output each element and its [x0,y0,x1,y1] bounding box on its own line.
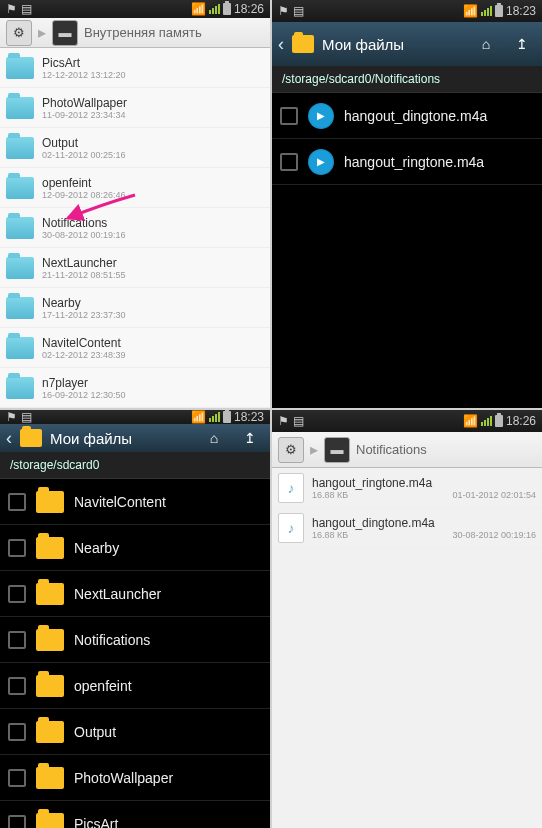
back-button[interactable]: ‹ [6,428,12,449]
file-list[interactable]: ♪hangout_ringtone.m4a16.88 КБ01-01-2012 … [272,468,542,828]
path-title[interactable]: Notifications [356,442,536,457]
list-item[interactable]: ♪hangout_ringtone.m4a16.88 КБ01-01-2012 … [272,468,542,508]
wifi-icon: 📶 [191,2,206,16]
item-date: 12-12-2012 13:12:20 [42,70,126,80]
item-name: Output [74,724,262,740]
checkbox[interactable] [8,585,26,603]
list-item[interactable]: openfeint12-09-2012 08:26:46 [0,168,270,208]
audio-icon [308,103,334,129]
list-item[interactable]: n7player16-09-2012 12:30:50 [0,368,270,408]
folder-icon [6,177,34,199]
file-list[interactable]: NavitelContentNearbyNextLauncherNotifica… [0,479,270,828]
item-size: 16.88 КБ [312,490,348,500]
item-type: 17-11-2012 23:37:30 [42,310,126,320]
clock: 18:23 [234,410,264,424]
list-item[interactable]: hangout_ringtone.m4a [272,139,542,185]
toolbar: ⚙ ▸ ▬ Внутренняя память [0,18,270,48]
checkbox[interactable] [8,815,26,829]
checkbox[interactable] [8,769,26,787]
checkbox[interactable] [8,539,26,557]
up-button[interactable]: ↥ [508,30,536,58]
pane-es-explorer: ⚑▤ 📶 18:26 ⚙ ▸ ▬ Внутренняя память PicsA… [0,0,270,408]
signal-icon [209,4,220,14]
path-bar[interactable]: /storage/sdcard0/Notifications [272,66,542,93]
toolbar: ‹ Мои файлы ⌂ ↥ [272,22,542,66]
storage-button[interactable]: ▬ [324,437,350,463]
menu-button[interactable]: ⚙ [278,437,304,463]
back-button[interactable]: ‹ [278,34,284,55]
battery-icon [495,5,503,17]
storage-button[interactable]: ▬ [52,20,78,46]
menu-button[interactable]: ⚙ [6,20,32,46]
item-date: 12-09-2012 08:26:46 [42,190,126,200]
item-name: openfeint [74,678,262,694]
list-item[interactable]: Output [0,709,270,755]
list-item[interactable]: Output02-11-2012 00:25:16 [0,128,270,168]
file-list[interactable]: PicsArt12-12-2012 13:12:20PhotoWallpaper… [0,48,270,408]
item-date: 16-09-2012 12:30:50 [42,390,126,400]
list-item[interactable]: NavitelContent02-12-2012 23:48:39 [0,328,270,368]
clock: 18:26 [506,414,536,428]
item-name: hangout_ringtone.m4a [312,476,536,490]
item-name: Notifications [74,632,262,648]
folder-icon [6,377,34,399]
list-item[interactable]: PicsArt [0,801,270,828]
folder-icon [6,137,34,159]
list-item[interactable]: Notifications [0,617,270,663]
list-item[interactable]: Nearby [0,525,270,571]
folder-icon [36,491,64,513]
list-item[interactable]: NavitelContent [0,479,270,525]
checkbox[interactable] [8,723,26,741]
folder-icon [6,337,34,359]
checkbox[interactable] [8,677,26,695]
wifi-icon: 📶 [463,4,478,18]
status-bar: ⚑▤ 📶 18:23 [272,0,542,22]
status-bar: ⚑▤ 📶 18:26 [0,0,270,18]
checkbox[interactable] [280,153,298,171]
chevron-icon: ▸ [38,23,46,42]
item-date: 30-08-2012 00:19:16 [42,230,126,240]
checkbox[interactable] [8,493,26,511]
pane-myfiles-notifications: ⚑▤ 📶 18:23 ‹ Мои файлы ⌂ ↥ /storage/sdca… [272,0,542,408]
battery-icon [223,411,231,423]
sd-icon: ▤ [293,414,304,428]
file-list[interactable]: hangout_dingtone.m4ahangout_ringtone.m4a [272,93,542,408]
toolbar: ‹ Мои файлы ⌂ ↥ [0,424,270,452]
list-item[interactable]: NextLauncher [0,571,270,617]
folder-icon [36,537,64,559]
folder-icon [6,97,34,119]
item-type: 30-08-2012 00:19:16 [42,230,126,240]
checkbox[interactable] [280,107,298,125]
item-name: NavitelContent [42,336,264,350]
list-item[interactable]: openfeint [0,663,270,709]
item-name: PhotoWallpaper [74,770,262,786]
folder-icon [36,813,64,829]
item-name: PicsArt [42,56,264,70]
home-button[interactable]: ⌂ [472,30,500,58]
list-item[interactable]: PhotoWallpaper11-09-2012 23:34:34 [0,88,270,128]
checkbox[interactable] [8,631,26,649]
list-item[interactable]: ♪hangout_dingtone.m4a16.88 КБ30-08-2012 … [272,508,542,548]
path-bar[interactable]: /storage/sdcard0 [0,452,270,479]
item-name: hangout_ringtone.m4a [344,154,534,170]
home-button[interactable]: ⌂ [200,424,228,452]
item-type: 12-12-2012 13:12:20 [42,70,126,80]
usb-icon: ⚑ [278,414,289,428]
list-item[interactable]: PicsArt12-12-2012 13:12:20 [0,48,270,88]
path-title[interactable]: Внутренняя память [84,25,264,40]
list-item[interactable]: NextLauncher21-11-2012 08:51:55 [0,248,270,288]
item-name: hangout_dingtone.m4a [312,516,536,530]
item-name: NextLauncher [74,586,262,602]
usb-icon: ⚑ [278,4,289,18]
folder-icon [36,583,64,605]
usb-icon: ⚑ [6,410,17,424]
up-button[interactable]: ↥ [236,424,264,452]
screenshot-grid: ⚑▤ 📶 18:26 ⚙ ▸ ▬ Внутренняя память PicsA… [0,0,542,828]
wifi-icon: 📶 [191,410,206,424]
list-item[interactable]: Notifications30-08-2012 00:19:16 [0,208,270,248]
audio-file-icon: ♪ [278,473,304,503]
list-item[interactable]: Nearby17-11-2012 23:37:30 [0,288,270,328]
list-item[interactable]: PhotoWallpaper [0,755,270,801]
list-item[interactable]: hangout_dingtone.m4a [272,93,542,139]
battery-icon [495,415,503,427]
